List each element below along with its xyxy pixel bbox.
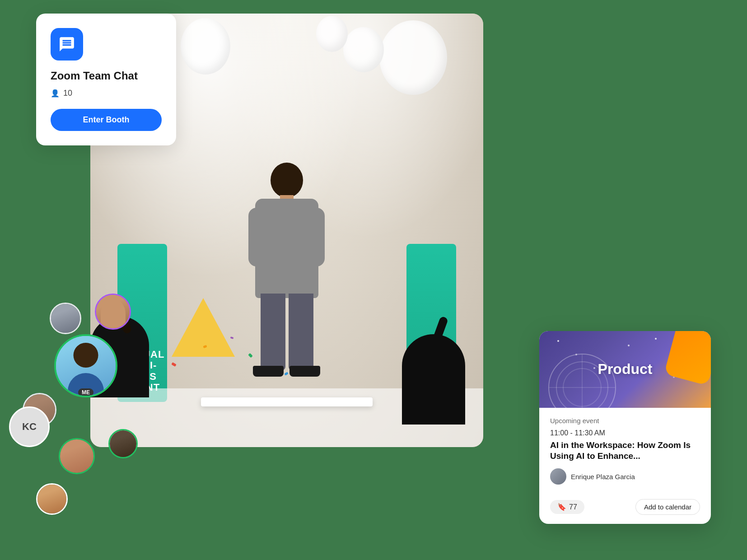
booth-icon	[51, 28, 83, 61]
speaker-left-arm	[248, 208, 265, 266]
chat-bubble-icon	[58, 36, 75, 53]
booth-title: Zoom Team Chat	[51, 70, 162, 82]
save-count: 77	[569, 503, 577, 511]
avatar-6	[36, 483, 68, 515]
balloon-4	[343, 27, 384, 72]
bookmark-icon: 🔖	[557, 503, 566, 511]
speaker-avatar	[550, 468, 566, 485]
balloon-3	[379, 20, 447, 95]
booth-attendees: 👤 10	[51, 89, 162, 98]
event-card-title: Product	[598, 361, 653, 378]
avatar-me-label: ME	[78, 388, 93, 396]
event-speaker-row: Enrique Plaza Garcia	[550, 468, 700, 485]
booth-card: Zoom Team Chat 👤 10 Enter Booth	[36, 14, 176, 145]
upcoming-label: Upcoming event	[550, 417, 700, 425]
speaker-head	[271, 163, 303, 198]
avatar-5	[108, 429, 138, 458]
event-card-header: Product	[539, 331, 711, 408]
balloon-2	[181, 18, 230, 75]
scene-container: ANNUALBUSI-NESSEVENT ANNUALBUSI-NESS	[0, 0, 747, 560]
avatar-me: ME	[54, 334, 117, 397]
avatar-2	[50, 303, 81, 334]
add-to-calendar-button[interactable]: Add to calendar	[635, 499, 700, 515]
kc-avatar: KC	[9, 406, 50, 447]
event-card-body: Upcoming event 11:00 - 11:30 AM AI in th…	[539, 408, 711, 499]
avatar-1	[95, 294, 131, 330]
event-session-title: AI in the Workspace: How Zoom Is Using A…	[550, 440, 700, 462]
avatar-cluster: ME KC	[14, 289, 176, 515]
event-time: 11:00 - 11:30 AM	[550, 429, 700, 437]
save-row: 🔖 77	[550, 500, 584, 514]
speaker-name: Enrique Plaza Garcia	[571, 473, 635, 481]
event-card: Product Upcoming event 11:00 - 11:30 AM …	[539, 331, 711, 524]
enter-booth-button[interactable]: Enter Booth	[51, 109, 162, 131]
balloon-5	[316, 16, 348, 52]
save-count-badge: 🔖 77	[550, 500, 584, 514]
avatar-4	[59, 438, 95, 474]
attendees-icon: 👤	[51, 89, 60, 98]
speaker-right-arm	[308, 208, 325, 266]
kc-initials: KC	[22, 421, 37, 433]
event-card-footer: 🔖 77 Add to calendar	[539, 499, 711, 524]
attendees-count: 10	[63, 89, 72, 98]
